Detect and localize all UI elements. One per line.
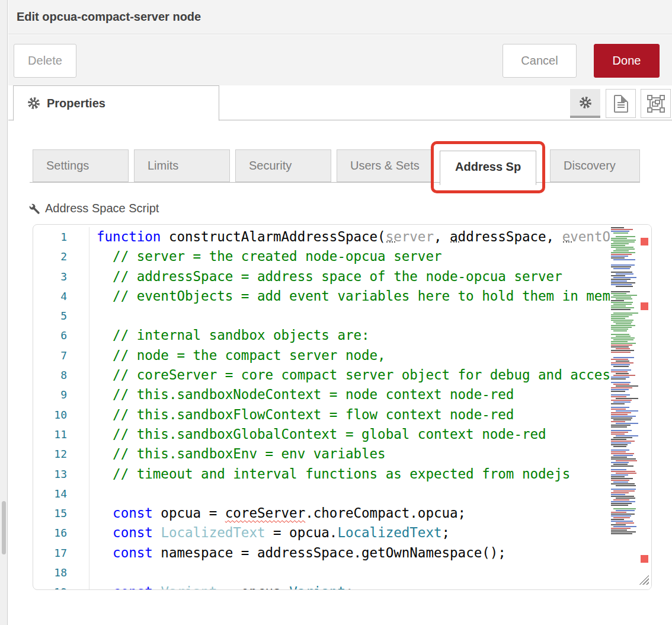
code-text: function constructAlarmAddressSpace(serv… [89,227,610,247]
code-lines: 1function constructAlarmAddressSpace(ser… [33,227,651,590]
error-marker [641,302,648,310]
code-text: const Variant = opcua.Variant; [89,582,354,590]
error-marker [641,555,648,563]
code-line[interactable]: 7 // node = the compact server node, [33,346,651,365]
code-text: // this.sandboxFlowContext = flow contex… [89,405,514,425]
code-line[interactable]: 3 // addressSpace = address space of the… [33,267,651,286]
resize-grip[interactable] [639,575,649,585]
section-label: Address Space Script [45,202,159,215]
tab-users-and-sets[interactable]: Users & Sets [337,149,433,182]
line-number[interactable]: 3 [33,267,67,286]
line-number[interactable]: 4 [33,286,67,306]
cancel-button[interactable]: Cancel [503,44,577,78]
section-header: Address Space Script [28,202,159,215]
code-line[interactable]: 4 // eventObjects = add event variables … [33,286,651,306]
code-line[interactable]: 18 [33,563,651,582]
code-text: // this.sandboxEnv = env variables [89,444,386,464]
code-text: // coreServer = core compact server obje… [89,365,610,385]
error-marker [641,238,648,245]
code-line[interactable]: 17 const namespace = addressSpace.getOwn… [33,543,651,563]
code-line[interactable]: 10 // this.sandboxFlowContext = flow con… [33,405,651,425]
code-text: // node = the compact server node, [89,346,386,365]
code-line[interactable]: 8 // coreServer = core compact server ob… [33,365,651,385]
code-line[interactable]: 6 // internal sandbox objects are: [33,326,651,345]
code-text: const namespace = addressSpace.getOwnNam… [89,543,506,563]
line-number[interactable]: 13 [33,464,67,484]
code-line[interactable]: 14 [33,484,651,503]
line-number[interactable]: 5 [33,306,67,326]
dialog-toolbar: Delete Cancel Done [8,35,672,85]
line-number[interactable]: 7 [33,346,67,365]
node-settings-tabs: Settings Limits Security Users & Sets Ad… [8,149,672,187]
wrench-icon [28,203,40,215]
line-number[interactable]: 1 [33,227,67,247]
code-editor[interactable]: 1function constructAlarmAddressSpace(ser… [33,224,652,590]
tab-discovery[interactable]: Discovery [550,149,640,182]
appearance-icon [648,95,664,112]
line-number[interactable]: 2 [33,247,67,266]
gear-icon [28,97,40,109]
line-number[interactable]: 17 [33,543,67,563]
code-text [89,563,97,582]
dialog-header: Edit opcua-compact-server node [8,0,672,34]
properties-tab-bar: Properties [8,85,672,120]
code-line[interactable]: 19 const Variant = opcua.Variant; [33,582,651,590]
line-number[interactable]: 11 [33,425,67,444]
code-line[interactable]: 1function constructAlarmAddressSpace(ser… [33,227,651,247]
edit-node-dialog: Edit opcua-compact-server node Delete Ca… [0,0,672,625]
code-line[interactable]: 11 // this.sandboxGlobalContext = global… [33,425,651,444]
overview-ruler [638,225,651,589]
code-text: // this.sandboxGlobalContext = global co… [89,425,546,444]
tab-properties[interactable]: Properties [13,85,219,121]
properties-view-button[interactable] [570,89,600,118]
code-line[interactable]: 2 // server = the created node-opcua ser… [33,247,651,266]
code-line[interactable]: 16 const LocalizedText = opcua.Localized… [33,523,651,543]
code-text [89,306,97,326]
description-view-button[interactable] [606,89,636,118]
done-button[interactable]: Done [594,44,660,78]
properties-tab-label: Properties [47,97,105,110]
code-text: const LocalizedText = opcua.LocalizedTex… [89,523,450,543]
code-text: // eventObjects = add event variables he… [89,286,610,306]
line-number[interactable]: 14 [33,484,67,503]
document-icon [614,95,628,113]
code-text: const opcua = coreServer.choreCompact.op… [89,503,466,523]
delete-button[interactable]: Delete [14,44,76,78]
code-line[interactable]: 9 // this.sandboxNodeContext = node cont… [33,385,651,404]
line-number[interactable]: 8 [33,365,67,385]
code-line[interactable]: 15 const opcua = coreServer.choreCompact… [33,503,651,523]
appearance-view-button[interactable] [641,89,671,118]
code-text: // internal sandbox objects are: [89,326,370,345]
left-scrollbar [0,0,8,625]
dialog-title: Edit opcua-compact-server node [17,10,201,24]
gear-icon [580,97,591,109]
line-number[interactable]: 15 [33,503,67,523]
line-number[interactable]: 18 [33,563,67,582]
line-number[interactable]: 16 [33,523,67,543]
code-line[interactable]: 12 // this.sandboxEnv = env variables [33,444,651,464]
code-line[interactable]: 5 [33,306,651,326]
tab-limits[interactable]: Limits [134,149,230,182]
code-text: // timeout and interval functions as exp… [89,464,570,484]
left-scrollbar-thumb[interactable] [2,501,6,554]
minimap[interactable] [610,225,638,589]
line-number[interactable]: 10 [33,405,67,425]
tabs-baseline [30,182,640,183]
line-number[interactable]: 12 [33,444,67,464]
code-text: // this.sandboxNodeContext = node contex… [89,385,514,404]
line-number[interactable]: 9 [33,385,67,404]
code-text: // addressSpace = address space of the n… [89,267,562,286]
code-text: // server = the created node-opcua serve… [89,247,442,266]
tab-settings[interactable]: Settings [33,149,129,182]
line-number[interactable]: 6 [33,326,67,345]
edit-tray: Edit opcua-compact-server node Delete Ca… [8,0,672,625]
tab-security[interactable]: Security [235,149,331,182]
code-line[interactable]: 13 // timeout and interval functions as … [33,464,651,484]
code-text [89,484,97,503]
line-number[interactable]: 19 [33,582,67,590]
tab-address-space[interactable]: Address Sp [440,151,536,185]
